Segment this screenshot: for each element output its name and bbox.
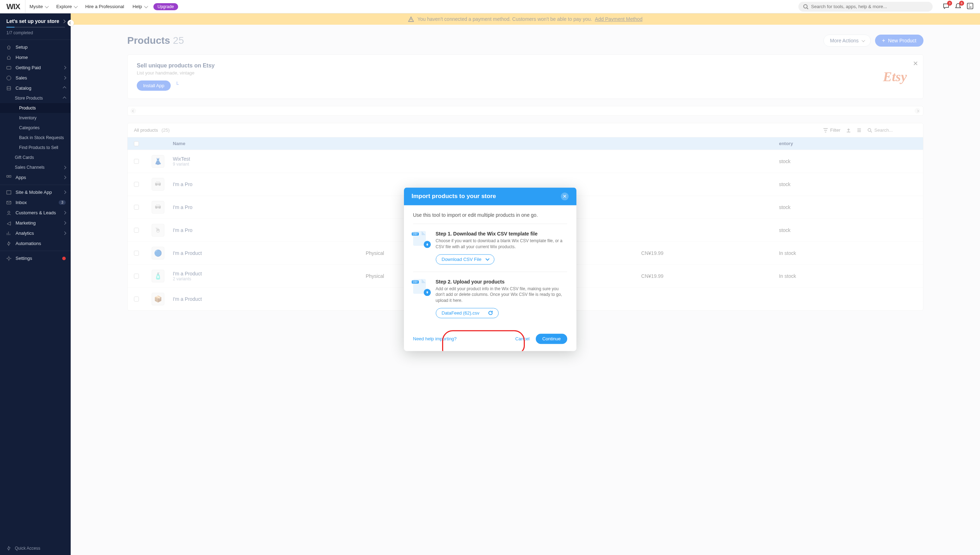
sidebar: Let's set up your store 1/7 completed Se… (0, 13, 71, 555)
sidebar-item-marketing[interactable]: Marketing (0, 218, 71, 228)
topbar: WIX Mysite Explore Hire a Professional H… (0, 0, 980, 13)
quick-access[interactable]: Quick Access (0, 542, 71, 555)
svg-rect-5 (9, 175, 11, 177)
sidebar-item-home[interactable]: Home (0, 52, 71, 63)
search-icon (803, 4, 808, 9)
help-importing-link[interactable]: Need help importing? (413, 336, 457, 342)
setup-progress (6, 27, 65, 27)
sidebar-item-inbox[interactable]: Inbox3 (0, 197, 71, 208)
chat-badge: 3 (947, 1, 952, 6)
step2-title: Step 2. Upload your products (436, 279, 567, 285)
modal-title: Import products to your store (412, 193, 496, 200)
nav-help[interactable]: Help (128, 0, 151, 13)
global-search[interactable] (798, 2, 933, 12)
step2-desc: Add or edit your product info in the Wix… (436, 286, 567, 304)
sidebar-item-catalog[interactable]: Catalog (0, 83, 71, 93)
sidebar-item-store-products[interactable]: Store Products (0, 93, 71, 103)
setup-progress-text: 1/7 completed (6, 30, 65, 35)
modal-intro: Use this tool to import or edit multiple… (413, 212, 567, 224)
sidebar-item-site-app[interactable]: Site & Mobile App (0, 187, 71, 197)
profile-icon[interactable] (967, 2, 974, 11)
sidebar-item-find-products[interactable]: Find Products to Sell (0, 143, 71, 152)
modal-close-button[interactable]: ✕ (561, 192, 569, 200)
sidebar-item-getting-paid[interactable]: Getting Paid (0, 63, 71, 73)
chat-icon[interactable]: 3 (943, 2, 949, 11)
svg-rect-2 (7, 66, 11, 69)
upload-icon: CSV (413, 279, 430, 295)
svg-rect-1 (967, 3, 973, 9)
alert-dot-icon (62, 257, 66, 260)
upgrade-button[interactable]: Upgrade (153, 3, 178, 10)
wix-logo[interactable]: WIX (3, 0, 26, 13)
svg-rect-6 (7, 191, 11, 194)
sidebar-item-gift-cards[interactable]: Gift Cards (0, 152, 71, 162)
sidebar-item-sales[interactable]: Sales (0, 73, 71, 83)
cancel-button[interactable]: Cancel (515, 336, 529, 342)
sidebar-item-customers[interactable]: Customers & Leads (0, 208, 71, 218)
sidebar-item-settings[interactable]: Settings (0, 253, 71, 263)
download-csv-button[interactable]: Download CSV File (436, 254, 495, 265)
notif-badge: 6 (959, 1, 964, 6)
sidebar-item-analytics[interactable]: Analytics (0, 228, 71, 238)
svg-point-0 (804, 5, 807, 8)
import-products-modal: Import products to your store ✕ Use this… (404, 188, 576, 351)
sidebar-item-back-in-stock[interactable]: Back in Stock Requests (0, 133, 71, 143)
svg-point-7 (8, 211, 10, 213)
sidebar-item-sales-channels[interactable]: Sales Channels (0, 162, 71, 172)
nav-explore[interactable]: Explore (52, 0, 81, 13)
continue-button[interactable]: Continue (536, 334, 567, 344)
refresh-icon (488, 311, 492, 315)
global-search-input[interactable] (811, 4, 928, 9)
sidebar-item-categories[interactable]: Categories (0, 123, 71, 133)
uploaded-file-button[interactable]: DataFeed (62).csv (436, 308, 499, 318)
sidebar-item-products[interactable]: Products (0, 103, 71, 113)
svg-point-8 (8, 257, 10, 260)
download-icon: CSV (413, 231, 430, 247)
step1-title: Step 1. Download the Wix CSV template fi… (436, 231, 567, 237)
notifications-icon[interactable]: 6 (954, 2, 962, 11)
sidebar-item-inventory[interactable]: Inventory (0, 113, 71, 123)
svg-point-3 (7, 76, 11, 80)
svg-rect-4 (7, 175, 8, 177)
site-dropdown[interactable]: Mysite (26, 0, 52, 13)
step1-desc: Choose if you want to download a blank W… (436, 238, 567, 250)
setup-store-link[interactable]: Let's set up your store (6, 18, 65, 24)
sidebar-item-setup[interactable]: Setup (0, 42, 71, 52)
sidebar-item-automations[interactable]: Automations (0, 238, 71, 249)
sidebar-item-apps[interactable]: Apps (0, 172, 71, 183)
nav-hire[interactable]: Hire a Professional (81, 0, 128, 13)
